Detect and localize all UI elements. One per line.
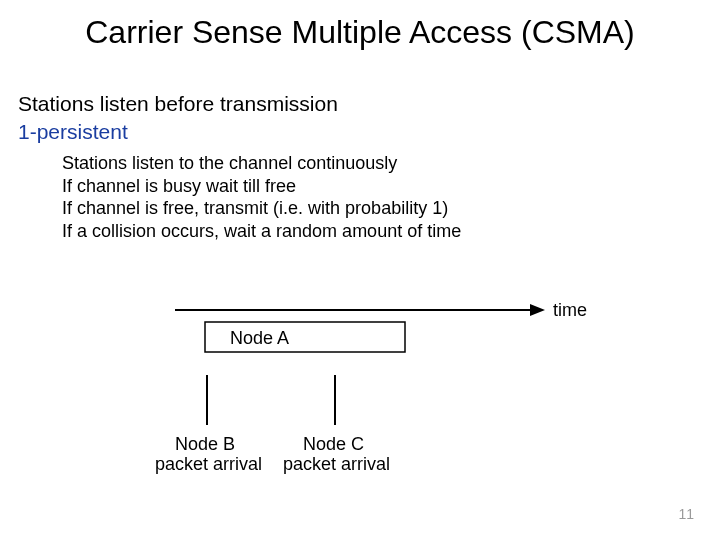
- timeline-diagram: time Node A Node B packet arrival Node C…: [135, 290, 615, 490]
- subheading-1-persistent: 1-persistent: [18, 120, 128, 144]
- node-c-arrival-label: packet arrival: [283, 454, 390, 474]
- intro-line: Stations listen before transmission: [18, 92, 338, 116]
- slide: Carrier Sense Multiple Access (CSMA) Sta…: [0, 0, 720, 540]
- bullet-list: Stations listen to the channel continuou…: [62, 152, 461, 242]
- bullet-item: If a collision occurs, wait a random amo…: [62, 220, 461, 243]
- diagram-svg: time Node A Node B packet arrival Node C…: [135, 290, 615, 490]
- node-a-label: Node A: [230, 328, 289, 348]
- bullet-item: If channel is free, transmit (i.e. with …: [62, 197, 461, 220]
- node-c-label: Node C: [303, 434, 364, 454]
- node-b-arrival-label: packet arrival: [155, 454, 262, 474]
- bullet-item: Stations listen to the channel continuou…: [62, 152, 461, 175]
- bullet-item: If channel is busy wait till free: [62, 175, 461, 198]
- time-label: time: [553, 300, 587, 320]
- node-b-label: Node B: [175, 434, 235, 454]
- svg-marker-1: [530, 304, 545, 316]
- page-number: 11: [678, 506, 694, 522]
- slide-title: Carrier Sense Multiple Access (CSMA): [0, 14, 720, 51]
